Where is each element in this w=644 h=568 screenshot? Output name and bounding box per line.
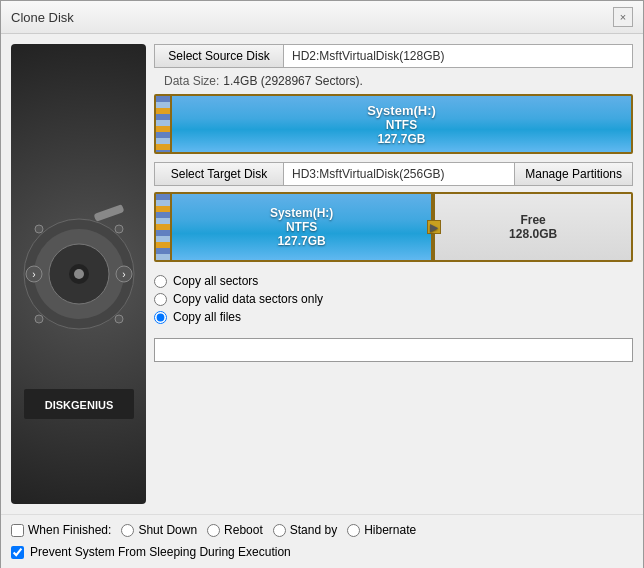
target-disk-section: Select Target Disk HD3:MsftVirtualDisk(2… — [154, 162, 633, 262]
copy-valid-sectors-label[interactable]: Copy valid data sectors only — [173, 292, 323, 306]
copy-all-sectors-row: Copy all sectors — [154, 274, 633, 288]
svg-point-12 — [115, 315, 123, 323]
text-input-row — [154, 338, 633, 362]
target-system-label: System(H:) — [270, 206, 333, 220]
when-finished-checkbox[interactable] — [11, 524, 24, 537]
free-size-label: 128.0GB — [509, 227, 557, 241]
data-size-row: Data Size: 1.4GB (2928967 Sectors). — [154, 74, 633, 88]
right-panel: Select Source Disk HD2:MsftVirtualDisk(1… — [154, 44, 633, 504]
svg-text:›: › — [122, 269, 125, 280]
copy-all-sectors-label[interactable]: Copy all sectors — [173, 274, 258, 288]
copy-valid-sectors-row: Copy valid data sectors only — [154, 292, 633, 306]
disk-graphic: DISKGENIUS › › — [19, 109, 139, 439]
main-content: DISKGENIUS › › Select Sourc — [1, 34, 643, 514]
source-disk-row: Select Source Disk HD2:MsftVirtualDisk(1… — [154, 44, 633, 68]
select-source-disk-button[interactable]: Select Source Disk — [154, 44, 284, 68]
target-disk-value: HD3:MsftVirtualDisk(256GB) — [284, 162, 515, 186]
bottom-section: When Finished: Shut Down Reboot Stand by… — [1, 514, 643, 568]
target-stripe-left — [156, 194, 172, 260]
select-target-disk-button[interactable]: Select Target Disk — [154, 162, 284, 186]
source-size-label: 127.7GB — [377, 132, 425, 146]
reboot-option: Reboot — [207, 523, 263, 537]
prevent-sleep-label[interactable]: Prevent System From Sleeping During Exec… — [30, 545, 291, 559]
svg-rect-5 — [93, 204, 124, 222]
copy-all-files-row: Copy all files — [154, 310, 633, 324]
data-size-label: Data Size: — [164, 74, 219, 88]
clone-disk-window: Clone Disk × DISKG — [0, 0, 644, 568]
copy-options-section: Copy all sectors Copy valid data sectors… — [154, 270, 633, 328]
shutdown-label[interactable]: Shut Down — [138, 523, 197, 537]
standby-radio[interactable] — [273, 524, 286, 537]
prevent-sleep-checkbox[interactable] — [11, 546, 24, 559]
copy-options-input[interactable] — [154, 338, 633, 362]
reboot-radio[interactable] — [207, 524, 220, 537]
standby-label[interactable]: Stand by — [290, 523, 337, 537]
free-label: Free — [520, 213, 545, 227]
target-partition-free: Free 128.0GB — [433, 194, 631, 260]
copy-all-files-radio[interactable] — [154, 311, 167, 324]
title-bar: Clone Disk × — [1, 1, 643, 34]
data-size-value: 1.4GB (2928967 Sectors). — [223, 74, 362, 88]
svg-text:DISKGENIUS: DISKGENIUS — [44, 399, 112, 411]
reboot-label[interactable]: Reboot — [224, 523, 263, 537]
target-partition-bar: System(H:) NTFS 127.7GB ▶ Free 128.0GB — [154, 192, 633, 262]
copy-all-files-label[interactable]: Copy all files — [173, 310, 241, 324]
manage-partitions-button[interactable]: Manage Partitions — [515, 162, 633, 186]
source-fs-label: NTFS — [386, 118, 417, 132]
standby-option: Stand by — [273, 523, 337, 537]
disk-svg: DISKGENIUS › › — [11, 44, 146, 504]
disk-illustration-panel: DISKGENIUS › › — [11, 44, 146, 504]
target-size-label: 127.7GB — [278, 234, 326, 248]
when-finished-row: When Finished: Shut Down Reboot Stand by… — [11, 523, 633, 537]
hibernate-option: Hibernate — [347, 523, 416, 537]
svg-point-4 — [74, 269, 84, 279]
target-disk-row: Select Target Disk HD3:MsftVirtualDisk(2… — [154, 162, 633, 186]
source-disk-section: Select Source Disk HD2:MsftVirtualDisk(1… — [154, 44, 633, 154]
target-partition-system: System(H:) NTFS 127.7GB ▶ — [172, 194, 433, 260]
when-finished-label[interactable]: When Finished: — [28, 523, 111, 537]
source-stripe-left — [156, 96, 172, 152]
prevent-sleep-row: Prevent System From Sleeping During Exec… — [11, 545, 633, 559]
partition-arrow: ▶ — [427, 220, 441, 234]
svg-point-10 — [115, 225, 123, 233]
source-partition-bar: System(H:) NTFS 127.7GB — [154, 94, 633, 154]
source-system-label: System(H:) — [367, 103, 436, 118]
hibernate-radio[interactable] — [347, 524, 360, 537]
copy-all-sectors-radio[interactable] — [154, 275, 167, 288]
svg-point-11 — [35, 315, 43, 323]
copy-valid-sectors-radio[interactable] — [154, 293, 167, 306]
hibernate-label[interactable]: Hibernate — [364, 523, 416, 537]
when-finished-label-group: When Finished: — [11, 523, 111, 537]
source-partition-main: System(H:) NTFS 127.7GB — [172, 96, 631, 152]
source-disk-value: HD2:MsftVirtualDisk(128GB) — [284, 44, 633, 68]
target-fs-label: NTFS — [286, 220, 317, 234]
window-title: Clone Disk — [11, 10, 74, 25]
shutdown-option: Shut Down — [121, 523, 197, 537]
close-button[interactable]: × — [613, 7, 633, 27]
shutdown-radio[interactable] — [121, 524, 134, 537]
svg-point-9 — [35, 225, 43, 233]
svg-text:›: › — [32, 269, 35, 280]
